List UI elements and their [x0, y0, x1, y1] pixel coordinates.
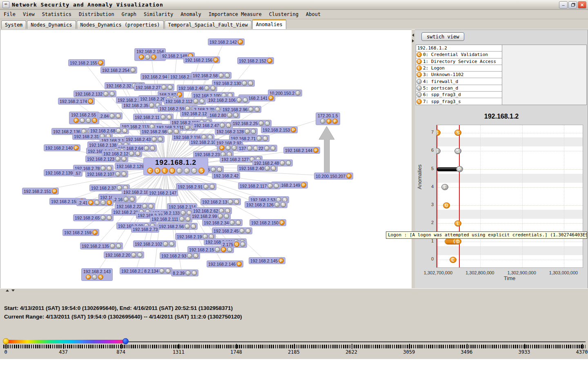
timeline-right-handle[interactable]: [122, 338, 129, 344]
tab-nodes-dynamics-properties-[interactable]: Nodes_Dynamics (properties): [77, 20, 164, 29]
graph-node[interactable]: 192.168.2.25PN: [231, 120, 272, 127]
graph-node[interactable]: 192.168.2.132PN: [74, 90, 116, 97]
graph-node[interactable]: 192.168.2.147: [147, 189, 178, 196]
graph-node[interactable]: .2.16PN: [111, 196, 136, 203]
graph-node[interactable]: 192.168.2.46PN: [177, 85, 217, 92]
graph-node[interactable]: 192.168.2.56PN: [157, 223, 198, 230]
graph-node[interactable]: 192.168.2.107PN: [85, 171, 128, 177]
graph-node[interactable]: 192.168.2.27PN: [134, 84, 174, 91]
graph-node[interactable]: 192.168.2.55PNSS: [69, 112, 99, 124]
menu-item-statistics[interactable]: Statistics: [38, 10, 75, 18]
graph-node[interactable]: 192.168.2.15PPN: [187, 246, 234, 253]
chart-marker-S[interactable]: S: [436, 148, 441, 154]
graph-node[interactable]: 10.200.150.207P: [314, 173, 353, 180]
graph-node[interactable]: 192.168.2.91PN: [176, 183, 216, 190]
graph-node[interactable]: 192.168.2.159P: [62, 229, 99, 236]
chart-marker-D[interactable]: D: [454, 238, 461, 245]
graph-node[interactable]: 192.168.2.174U: [58, 98, 95, 105]
splitter-collapse-right-icon[interactable]: [412, 39, 414, 43]
graph-node[interactable]: .2.84PN: [98, 112, 122, 119]
graph-node[interactable]: 192.168.2.135PN: [80, 242, 123, 249]
graph-node[interactable]: 192.168.2.151P: [22, 188, 59, 195]
graph-node[interactable]: 192.168.2.13PN: [200, 198, 241, 205]
chart-marker-C[interactable]: C: [450, 257, 457, 263]
tab-nodes-dynamics[interactable]: Nodes_Dynamics: [27, 20, 76, 29]
vertical-splitter[interactable]: [412, 29, 415, 288]
menu-item-anomaly[interactable]: Anomaly: [177, 10, 205, 18]
graph-node[interactable]: 192.168.2.155P: [68, 59, 105, 66]
graph-node[interactable]: .2.41PNSS: [76, 199, 114, 206]
legend-row-u[interactable]: U3: Unknown-1102: [416, 72, 502, 78]
graph-center-node[interactable]: 192.168.1.2 CDLUFPSS: [143, 157, 208, 175]
graph-node[interactable]: 192.168.2.130PN: [212, 80, 255, 87]
menu-item-importance-measure[interactable]: Importance Measure: [205, 10, 265, 18]
legend-row-d[interactable]: D1: Directory Service Access: [416, 58, 502, 65]
graph-node[interactable]: .57: [73, 170, 82, 177]
close-button[interactable]: ✕: [578, 1, 586, 9]
graph-node[interactable]: 172.20.1.5FFP: [316, 112, 340, 125]
graph-node[interactable]: 192.168.2.126PN: [245, 201, 287, 208]
graph-node[interactable]: 8.2.39PN: [171, 269, 198, 276]
graph-node[interactable]: 192.168.2.93PN: [160, 252, 200, 259]
splitter-collapse-down-icon[interactable]: [11, 289, 15, 292]
splitter-collapse-left-icon[interactable]: [412, 34, 414, 37]
graph-node[interactable]: 192.168.2.128PN: [215, 128, 258, 135]
graph-node[interactable]: 192.168.2.254P: [100, 67, 137, 74]
graph-node[interactable]: 192.168.2.11PN: [133, 114, 174, 121]
graph-node[interactable]: 192.168.2.106PN: [207, 96, 249, 103]
graph-node[interactable]: .168.2.80PN: [207, 112, 240, 119]
graph-node[interactable]: 192.168.2.140P: [44, 144, 80, 151]
chart-marker-L[interactable]: L: [454, 220, 461, 227]
legend-row-s[interactable]: S7: spp_frag3_s: [416, 98, 502, 105]
minimize-button[interactable]: –: [559, 1, 568, 9]
tab-system[interactable]: System: [1, 20, 26, 29]
graph-node[interactable]: 192.168.2.117PN: [238, 182, 281, 189]
graph-node[interactable]: 192.168.2.143PSS: [81, 268, 113, 281]
menu-item-file[interactable]: File: [0, 10, 19, 18]
chart-marker-P[interactable]: P: [456, 166, 463, 172]
graph-node[interactable]: 192.168.2.145P: [249, 257, 285, 264]
horizontal-splitter[interactable]: [0, 288, 588, 292]
restore-button[interactable]: [568, 1, 577, 9]
chart-marker-U[interactable]: U: [443, 202, 450, 209]
graph-node[interactable]: 192.168.2.34PN: [202, 219, 243, 226]
graph-node[interactable]: 192.168.2.146P: [207, 260, 243, 267]
menu-item-clustering[interactable]: Clustering: [265, 10, 302, 18]
graph-node[interactable]: 8.2.134PN: [143, 267, 172, 274]
graph-node[interactable]: 192.168.2.58PN: [191, 72, 232, 79]
menu-item-similarity[interactable]: Similarity: [140, 10, 177, 18]
graph-node[interactable]: 192.168.2.153P: [261, 126, 298, 133]
graph-node[interactable]: 192.168.2.73: [131, 226, 159, 233]
graph-node[interactable]: 192.168.2.144P: [283, 147, 320, 154]
menu-item-graph[interactable]: Graph: [118, 10, 140, 18]
graph-node[interactable]: 192.168.2.40PN: [237, 165, 278, 172]
legend-row-l[interactable]: L2: Logon: [416, 65, 502, 72]
graph-node[interactable]: 192.168.2.35PN: [122, 102, 162, 109]
graph-node[interactable]: 22PN: [257, 145, 277, 152]
menu-item-view[interactable]: View: [19, 10, 38, 18]
graph-node[interactable]: 192.168.2.102PN: [133, 240, 176, 247]
switch-view-button[interactable]: swtich view: [421, 32, 464, 41]
graph-node[interactable]: 192.168.2.20PN: [104, 251, 144, 258]
graph-node[interactable]: 192.168.2.42: [212, 172, 240, 179]
graph-node[interactable]: 192.168.2.45PN: [212, 227, 252, 234]
graph-node[interactable]: 192.168.2.112PN: [164, 98, 206, 105]
graph-node[interactable]: 192.168.2.123PN: [85, 155, 128, 162]
splitter-collapse-up-icon[interactable]: [6, 289, 9, 292]
chart-marker-S[interactable]: S: [436, 130, 441, 136]
chart-marker-F[interactable]: F: [441, 184, 448, 190]
menu-item-distribution[interactable]: Distribution: [75, 10, 118, 18]
graph-node[interactable]: 192.168.2.150P: [249, 219, 286, 226]
graph-node[interactable]: 192.168.2.43PN: [124, 136, 165, 143]
chart-marker-S[interactable]: S: [454, 130, 461, 136]
graph-node[interactable]: 192.168.2.152P: [237, 57, 274, 64]
graph-node[interactable]: 192.168.2.142P: [208, 38, 245, 45]
legend-row-f[interactable]: F4: firewall_d: [416, 78, 502, 85]
tab-anomalies[interactable]: Anomalies: [252, 19, 286, 29]
graph-node[interactable]: 192.168.2.111PN: [150, 215, 192, 222]
graph-node[interactable]: 192.168.2.156P: [183, 56, 220, 63]
timeline-left-handle[interactable]: [3, 338, 9, 344]
legend-row-s[interactable]: S6: spp_frag3_d: [416, 92, 502, 98]
chart-marker-S[interactable]: S: [454, 148, 461, 154]
legend-row-p[interactable]: P5: portscan_d: [416, 85, 502, 92]
